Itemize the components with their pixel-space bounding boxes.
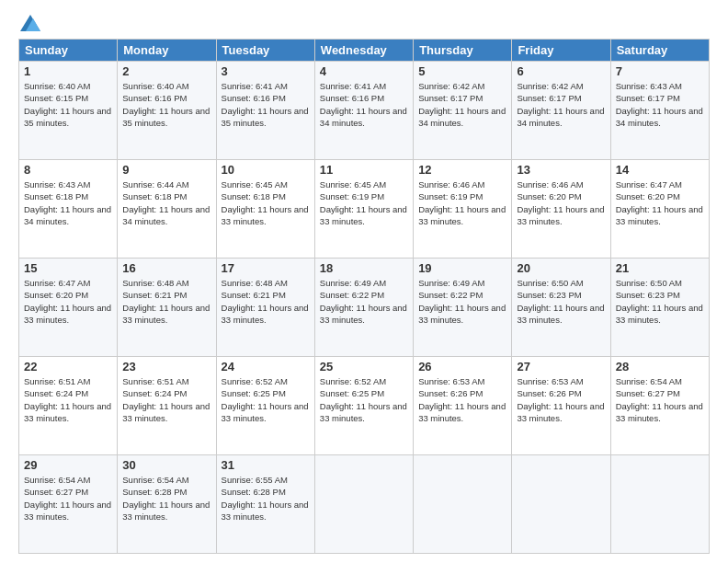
day-info: Sunrise: 6:43 AMSunset: 6:18 PMDaylight:… (24, 178, 112, 227)
day-info: Sunrise: 6:52 AMSunset: 6:25 PMDaylight:… (222, 375, 310, 424)
day-number: 14 (616, 163, 704, 177)
day-number: 4 (320, 64, 408, 78)
calendar-cell: 1Sunrise: 6:40 AMSunset: 6:15 PMDaylight… (19, 62, 118, 160)
calendar-week-4: 22Sunrise: 6:51 AMSunset: 6:24 PMDayligh… (19, 357, 710, 455)
day-info: Sunrise: 6:50 AMSunset: 6:23 PMDaylight:… (517, 277, 605, 326)
calendar-cell: 16Sunrise: 6:48 AMSunset: 6:21 PMDayligh… (118, 259, 216, 357)
day-number: 29 (24, 458, 112, 472)
day-info: Sunrise: 6:54 AMSunset: 6:27 PMDaylight:… (24, 474, 112, 523)
day-number: 9 (122, 163, 210, 177)
calendar-cell: 27Sunrise: 6:53 AMSunset: 6:26 PMDayligh… (512, 357, 610, 455)
calendar-cell: 10Sunrise: 6:45 AMSunset: 6:18 PMDayligh… (216, 160, 314, 259)
calendar-header-friday: Friday (512, 40, 610, 62)
calendar-table: SundayMondayTuesdayWednesdayThursdayFrid… (18, 39, 710, 554)
calendar-header-wednesday: Wednesday (314, 40, 413, 62)
day-info: Sunrise: 6:42 AMSunset: 6:17 PMDaylight:… (418, 80, 506, 129)
day-info: Sunrise: 6:49 AMSunset: 6:22 PMDaylight:… (320, 277, 408, 326)
calendar-header-monday: Monday (118, 40, 216, 62)
calendar-cell: 29Sunrise: 6:54 AMSunset: 6:27 PMDayligh… (19, 455, 118, 554)
calendar-cell: 30Sunrise: 6:54 AMSunset: 6:28 PMDayligh… (118, 455, 216, 554)
day-number: 27 (517, 360, 605, 373)
calendar-cell: 26Sunrise: 6:53 AMSunset: 6:26 PMDayligh… (414, 357, 512, 455)
day-info: Sunrise: 6:48 AMSunset: 6:21 PMDaylight:… (222, 277, 310, 326)
day-info: Sunrise: 6:47 AMSunset: 6:20 PMDaylight:… (616, 178, 704, 227)
day-number: 19 (418, 261, 506, 275)
day-number: 26 (418, 360, 506, 373)
calendar-cell: 9Sunrise: 6:44 AMSunset: 6:18 PMDaylight… (118, 160, 216, 259)
day-info: Sunrise: 6:40 AMSunset: 6:16 PMDaylight:… (122, 80, 210, 129)
calendar-cell: 28Sunrise: 6:54 AMSunset: 6:27 PMDayligh… (610, 357, 709, 455)
calendar-cell: 31Sunrise: 6:55 AMSunset: 6:28 PMDayligh… (216, 455, 314, 554)
calendar-cell: 25Sunrise: 6:52 AMSunset: 6:25 PMDayligh… (314, 357, 413, 455)
day-info: Sunrise: 6:48 AMSunset: 6:21 PMDaylight:… (122, 277, 210, 326)
day-info: Sunrise: 6:45 AMSunset: 6:19 PMDaylight:… (320, 178, 408, 227)
day-number: 8 (24, 163, 112, 177)
calendar-header-sunday: Sunday (19, 40, 118, 62)
calendar-cell: 6Sunrise: 6:42 AMSunset: 6:17 PMDaylight… (512, 62, 610, 160)
day-number: 28 (616, 360, 704, 373)
day-number: 7 (616, 64, 704, 78)
day-number: 12 (418, 163, 506, 177)
calendar-header-row: SundayMondayTuesdayWednesdayThursdayFrid… (19, 40, 710, 62)
day-number: 18 (320, 261, 408, 275)
day-info: Sunrise: 6:49 AMSunset: 6:22 PMDaylight:… (418, 277, 506, 326)
day-number: 1 (24, 64, 112, 78)
calendar-cell: 8Sunrise: 6:43 AMSunset: 6:18 PMDaylight… (19, 160, 118, 259)
header (18, 15, 710, 31)
day-number: 2 (122, 64, 210, 78)
day-info: Sunrise: 6:47 AMSunset: 6:20 PMDaylight:… (24, 277, 112, 326)
day-number: 31 (222, 458, 310, 472)
calendar-cell: 15Sunrise: 6:47 AMSunset: 6:20 PMDayligh… (19, 259, 118, 357)
day-number: 21 (616, 261, 704, 275)
day-info: Sunrise: 6:45 AMSunset: 6:18 PMDaylight:… (222, 178, 310, 227)
day-number: 16 (122, 261, 210, 275)
calendar-cell: 21Sunrise: 6:50 AMSunset: 6:23 PMDayligh… (610, 259, 709, 357)
day-info: Sunrise: 6:50 AMSunset: 6:23 PMDaylight:… (616, 277, 704, 326)
day-info: Sunrise: 6:46 AMSunset: 6:20 PMDaylight:… (517, 178, 605, 227)
day-number: 17 (222, 261, 310, 275)
calendar-cell: 3Sunrise: 6:41 AMSunset: 6:16 PMDaylight… (216, 62, 314, 160)
calendar-cell: 23Sunrise: 6:51 AMSunset: 6:24 PMDayligh… (118, 357, 216, 455)
calendar-cell (610, 455, 709, 554)
calendar-cell: 4Sunrise: 6:41 AMSunset: 6:16 PMDaylight… (314, 62, 413, 160)
calendar-header-thursday: Thursday (414, 40, 512, 62)
day-info: Sunrise: 6:41 AMSunset: 6:16 PMDaylight:… (320, 80, 408, 129)
day-number: 10 (222, 163, 310, 177)
day-info: Sunrise: 6:52 AMSunset: 6:25 PMDaylight:… (320, 375, 408, 424)
day-number: 23 (122, 360, 210, 373)
calendar-cell: 20Sunrise: 6:50 AMSunset: 6:23 PMDayligh… (512, 259, 610, 357)
day-info: Sunrise: 6:42 AMSunset: 6:17 PMDaylight:… (517, 80, 605, 129)
calendar-cell: 14Sunrise: 6:47 AMSunset: 6:20 PMDayligh… (610, 160, 709, 259)
calendar-body: 1Sunrise: 6:40 AMSunset: 6:15 PMDaylight… (19, 62, 710, 554)
calendar-cell: 13Sunrise: 6:46 AMSunset: 6:20 PMDayligh… (512, 160, 610, 259)
calendar-cell: 24Sunrise: 6:52 AMSunset: 6:25 PMDayligh… (216, 357, 314, 455)
day-number: 20 (517, 261, 605, 275)
day-info: Sunrise: 6:54 AMSunset: 6:28 PMDaylight:… (122, 474, 210, 523)
day-info: Sunrise: 6:53 AMSunset: 6:26 PMDaylight:… (517, 375, 605, 424)
calendar-cell: 22Sunrise: 6:51 AMSunset: 6:24 PMDayligh… (19, 357, 118, 455)
day-number: 15 (24, 261, 112, 275)
calendar-cell: 17Sunrise: 6:48 AMSunset: 6:21 PMDayligh… (216, 259, 314, 357)
day-number: 24 (222, 360, 310, 373)
calendar-cell: 18Sunrise: 6:49 AMSunset: 6:22 PMDayligh… (314, 259, 413, 357)
day-info: Sunrise: 6:40 AMSunset: 6:15 PMDaylight:… (24, 80, 112, 129)
day-number: 13 (517, 163, 605, 177)
day-number: 30 (122, 458, 210, 472)
calendar-cell (314, 455, 413, 554)
calendar-cell: 5Sunrise: 6:42 AMSunset: 6:17 PMDaylight… (414, 62, 512, 160)
day-number: 5 (418, 64, 506, 78)
day-info: Sunrise: 6:55 AMSunset: 6:28 PMDaylight:… (222, 474, 310, 523)
calendar-week-1: 1Sunrise: 6:40 AMSunset: 6:15 PMDaylight… (19, 62, 710, 160)
calendar-week-5: 29Sunrise: 6:54 AMSunset: 6:27 PMDayligh… (19, 455, 710, 554)
day-info: Sunrise: 6:51 AMSunset: 6:24 PMDaylight:… (24, 375, 112, 424)
day-info: Sunrise: 6:51 AMSunset: 6:24 PMDaylight:… (122, 375, 210, 424)
calendar-cell: 19Sunrise: 6:49 AMSunset: 6:22 PMDayligh… (414, 259, 512, 357)
calendar-week-2: 8Sunrise: 6:43 AMSunset: 6:18 PMDaylight… (19, 160, 710, 259)
day-number: 3 (222, 64, 310, 78)
logo-icon (20, 15, 40, 31)
calendar-cell: 11Sunrise: 6:45 AMSunset: 6:19 PMDayligh… (314, 160, 413, 259)
calendar-cell: 12Sunrise: 6:46 AMSunset: 6:19 PMDayligh… (414, 160, 512, 259)
calendar-cell (414, 455, 512, 554)
logo (18, 15, 40, 31)
calendar-header-saturday: Saturday (610, 40, 709, 62)
